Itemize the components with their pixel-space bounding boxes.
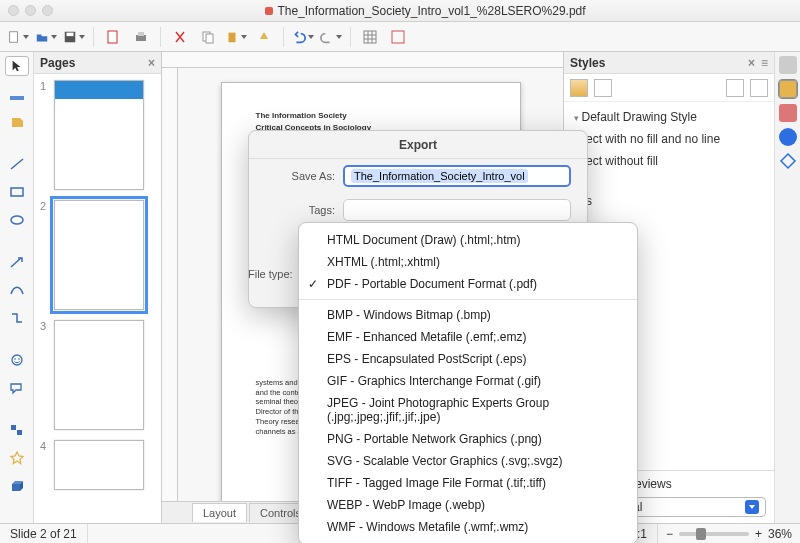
clone-format-button[interactable] (252, 25, 276, 49)
status-slide: Slide 2 of 21 (0, 524, 88, 543)
filetype-label: File type: (248, 268, 293, 280)
connector-tool[interactable] (5, 308, 29, 328)
svg-rect-2 (67, 32, 74, 36)
rect-tool[interactable] (5, 182, 29, 202)
style-item[interactable]: ect without fill (572, 150, 766, 172)
filetype-option[interactable]: WEBP - WebP Image (.webp) (299, 494, 637, 516)
fill-format-icon[interactable] (726, 79, 744, 97)
redo-button[interactable] (319, 25, 343, 49)
navigator-tab-icon[interactable] (779, 128, 797, 146)
graphic-styles-icon[interactable] (570, 79, 588, 97)
style-item[interactable]: s (572, 190, 766, 212)
filetype-option[interactable]: PDF - Portable Document Format (.pdf) (299, 273, 637, 295)
export-pdf-button[interactable] (101, 25, 125, 49)
gallery-tab-icon[interactable] (779, 104, 797, 122)
presentation-styles-icon[interactable] (594, 79, 612, 97)
callout-tool[interactable] (5, 378, 29, 398)
shapes-tab-icon[interactable] (779, 152, 797, 170)
filetype-option[interactable]: XHTML (.html;.xhtml) (299, 251, 637, 273)
zoom-slider[interactable] (679, 532, 749, 536)
saveas-label: Save As: (265, 170, 335, 182)
tags-field[interactable] (343, 199, 571, 221)
fill-color-tool[interactable] (5, 112, 29, 132)
shapes-tool[interactable] (5, 420, 29, 440)
paste-button[interactable] (224, 25, 248, 49)
pages-panel-header: Pages × (34, 52, 161, 74)
svg-rect-3 (108, 31, 117, 43)
styles-panel-header: Styles ×≡ (564, 52, 774, 74)
svg-rect-10 (392, 31, 404, 43)
grid-button[interactable] (358, 25, 382, 49)
svg-rect-0 (10, 31, 18, 42)
style-item[interactable]: ect with no fill and no line (572, 128, 766, 150)
filetype-option[interactable]: JPEG - Joint Photographic Experts Group … (299, 392, 637, 428)
svg-rect-19 (12, 484, 20, 491)
filetype-option[interactable]: WMF - Windows Metafile (.wmf;.wmz) (299, 516, 637, 538)
zoom-value[interactable]: 36% (768, 527, 792, 541)
svg-rect-18 (17, 430, 22, 435)
properties-tab-icon[interactable] (779, 56, 797, 74)
panel-menu-icon[interactable]: ≡ (761, 56, 768, 70)
print-button[interactable] (129, 25, 153, 49)
filetype-option[interactable]: TIFF - Tagged Image File Format (.tif;.t… (299, 472, 637, 494)
svg-rect-5 (138, 32, 144, 36)
filetype-option[interactable]: PNG - Portable Network Graphics (.png) (299, 428, 637, 450)
cut-button[interactable] (168, 25, 192, 49)
3d-tool[interactable] (5, 476, 29, 496)
save-button[interactable] (62, 25, 86, 49)
svg-point-13 (11, 216, 23, 224)
minimize-window-icon[interactable] (25, 5, 36, 16)
close-window-icon[interactable] (8, 5, 19, 16)
new-doc-button[interactable] (6, 25, 30, 49)
page-thumbnail[interactable] (54, 200, 144, 310)
window-titlebar: The_Information_Society_Intro_vol1_%28LS… (0, 0, 800, 22)
svg-rect-9 (364, 31, 376, 43)
zoom-window-icon[interactable] (42, 5, 53, 16)
select-tool[interactable] (5, 56, 29, 76)
copy-button[interactable] (196, 25, 220, 49)
tab-layout[interactable]: Layout (192, 503, 247, 522)
styles-tab-icon[interactable] (779, 80, 797, 98)
curve-tool[interactable] (5, 280, 29, 300)
close-panel-icon[interactable]: × (148, 56, 155, 70)
doc-heading: The Information Society (256, 111, 486, 121)
svg-point-15 (14, 358, 16, 360)
svg-point-14 (12, 355, 22, 365)
window-title: The_Information_Society_Intro_vol1_%28LS… (59, 4, 792, 18)
svg-point-16 (18, 358, 20, 360)
filetype-option[interactable]: BMP - Windows Bitmap (.bmp) (299, 304, 637, 326)
close-panel-icon[interactable]: × (748, 56, 755, 70)
page-thumbnail[interactable] (54, 440, 144, 490)
filetype-option[interactable]: EMF - Enhanced Metafile (.emf;.emz) (299, 326, 637, 348)
open-button[interactable] (34, 25, 58, 49)
svg-rect-7 (206, 34, 213, 43)
smiley-tool[interactable] (5, 350, 29, 370)
line-tool[interactable] (5, 154, 29, 174)
new-style-icon[interactable] (750, 79, 768, 97)
svg-rect-12 (11, 188, 23, 196)
svg-rect-11 (10, 96, 24, 100)
page-thumbnail[interactable] (54, 80, 144, 190)
filetype-menu[interactable]: HTML Document (Draw) (.html;.htm)XHTML (… (298, 222, 638, 543)
pdf-doc-icon (265, 7, 273, 15)
arrow-tool[interactable] (5, 252, 29, 272)
style-item[interactable]: Default Drawing Style (572, 106, 766, 128)
page-thumbnail[interactable] (54, 320, 144, 430)
filetype-option[interactable]: EPS - Encapsulated PostScript (.eps) (299, 348, 637, 370)
saveas-field[interactable]: The_Information_Society_Intro_vol (343, 165, 571, 187)
undo-button[interactable] (291, 25, 315, 49)
filetype-option[interactable]: GIF - Graphics Interchange Format (.gif) (299, 370, 637, 392)
sidebar-tab-strip (774, 52, 800, 523)
filetype-option[interactable]: SVG - Scalable Vector Graphics (.svg;.sv… (299, 450, 637, 472)
vertical-ruler (162, 68, 178, 501)
filetype-option[interactable]: HTML Document (Draw) (.html;.htm) (299, 229, 637, 251)
ellipse-tool[interactable] (5, 210, 29, 230)
pages-panel: Pages × 1 2 3 4 (34, 52, 162, 523)
star-tool[interactable] (5, 448, 29, 468)
line-color-tool[interactable] (5, 84, 29, 104)
horizontal-ruler (162, 52, 563, 68)
tags-label: Tags: (265, 204, 335, 216)
snap-button[interactable] (386, 25, 410, 49)
zoom-out-icon[interactable]: − (666, 527, 673, 541)
zoom-in-icon[interactable]: + (755, 527, 762, 541)
